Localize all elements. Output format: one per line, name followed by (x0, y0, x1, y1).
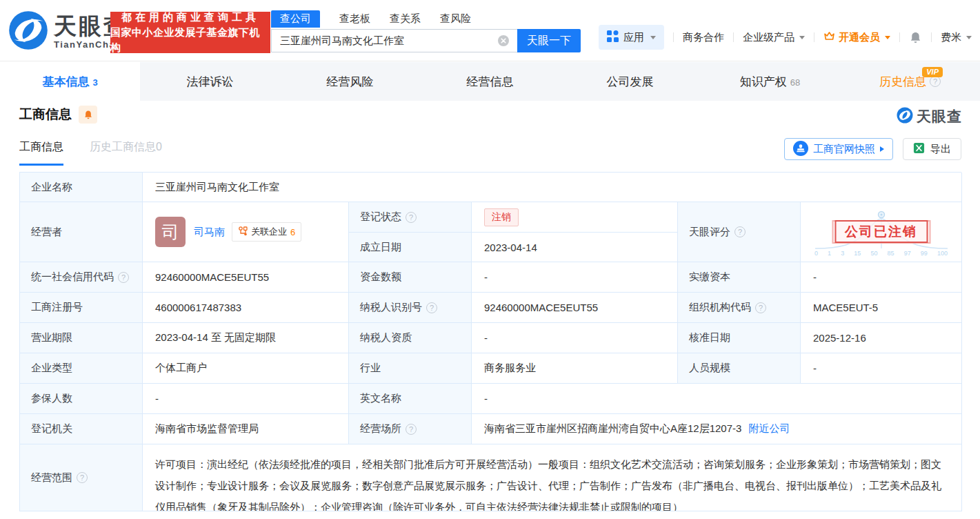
enterprise-products-label: 企业级产品 (743, 31, 794, 44)
search-tab-risk[interactable]: 查风险 (440, 12, 471, 26)
watermark-logo: 天眼查 (897, 107, 962, 126)
menu-open-vip[interactable]: 开通会员 (823, 31, 890, 44)
help-icon[interactable]: ? (406, 424, 417, 435)
tab-label: 公司发展 (607, 74, 654, 90)
apps-menu[interactable]: 应用 (599, 25, 664, 50)
menu-cooperation[interactable]: 商务合作 (683, 31, 724, 44)
tab-basic-info[interactable]: 基本信息 3 (0, 62, 140, 101)
brand-slogan: 都在用的商业查询工具 国家中小企业发展子基金旗下机构 (110, 12, 270, 53)
tab-legal-litigation[interactable]: 法律诉讼 (140, 62, 280, 101)
monitor-bell-icon[interactable] (79, 106, 97, 124)
search-tab-company[interactable]: 查公司 (271, 10, 320, 28)
business-premises-value: 海南省三亚市崖州区招商崖州湾自贸中心A座12层1207-3 (484, 422, 741, 435)
snapshot-button-label: 工商官网快照 (813, 143, 875, 156)
tab-business-risk[interactable]: 经营风险 (280, 62, 420, 101)
divider (814, 32, 814, 42)
reg-status-label-text: 登记状态 (360, 210, 401, 224)
help-icon[interactable]: ? (406, 212, 417, 223)
stamp-icon (793, 141, 808, 158)
help-icon[interactable]: ? (755, 302, 766, 313)
tab-label: 法律诉讼 (187, 74, 234, 90)
registration-number-value: 460000617487383 (143, 293, 349, 323)
business-scope-value: 许可项目：演出经纪（依法须经批准的项目，经相关部门批准后方可开展经营活动）一般项… (143, 444, 962, 511)
search-tab-boss[interactable]: 查老板 (339, 12, 370, 26)
apps-grid-icon (607, 30, 619, 44)
section-title: 工商信息 (19, 106, 72, 124)
help-icon[interactable]: ? (77, 472, 88, 483)
divider (673, 32, 674, 42)
notifications-bell[interactable] (909, 31, 922, 44)
crown-icon (823, 31, 835, 43)
tab-business-info[interactable]: 经营信息 (420, 62, 560, 101)
help-icon[interactable]: ? (426, 302, 437, 313)
nearby-companies-link[interactable]: 附近公司 (748, 422, 790, 435)
chevron-down-icon (966, 36, 972, 39)
open-vip-label: 开通会员 (839, 31, 880, 44)
help-icon[interactable]: ? (118, 272, 129, 283)
tab-label: 基本信息 (42, 74, 89, 90)
tab-intellectual-property[interactable]: 知识产权 68 (700, 62, 840, 101)
business-registration-table: 企业名称 三亚崖州司马南文化工作室 经营者 司 司马南 关联企业 6 (19, 172, 961, 511)
operator-cell: 司 司马南 关联企业 6 (143, 202, 349, 262)
top-header: 天眼查 TianYanCha.com 都在用的商业查询工具 国家中小企业发展子基… (0, 0, 980, 61)
tab-label: 经营风险 (327, 74, 374, 90)
tab-label: 知识产权 (740, 74, 787, 90)
established-date-value: 2023-04-14 (472, 233, 678, 262)
business-premises-label: 经营场所? (349, 414, 472, 444)
search-input[interactable] (271, 29, 517, 52)
tab-count: 68 (790, 77, 800, 88)
business-scope-label: 经营范围? (20, 444, 143, 511)
brand-swirl-icon (897, 107, 913, 126)
org-chart-icon (238, 226, 248, 238)
user-menu[interactable]: 费米 (941, 31, 972, 44)
industry-value: 商务服务业 (472, 353, 678, 384)
chevron-down-icon (799, 36, 805, 39)
subtabs: 工商信息 历史工商信息0 (19, 140, 162, 166)
tab-history-info[interactable]: VIP 历史信息 ? (840, 62, 980, 101)
export-button[interactable]: 导出 (903, 138, 961, 160)
action-buttons: 工商官网快照 导出 (784, 138, 961, 160)
subtab-business-registration[interactable]: 工商信息 (19, 140, 63, 166)
operator-avatar[interactable]: 司 (155, 217, 186, 247)
chevron-down-icon (650, 36, 656, 39)
related-companies-label: 关联企业 (251, 226, 287, 238)
related-companies-badge[interactable]: 关联企业 6 (232, 222, 301, 242)
username-label: 费米 (941, 31, 961, 44)
slogan-line-1: 都在用的商业查询工具 (121, 10, 259, 25)
registration-authority-value: 海南省市场监督管理局 (143, 414, 349, 444)
clear-search-icon[interactable] (498, 35, 509, 46)
approval-date-label: 核准日期 (678, 323, 801, 353)
org-code-label: 组织机构代码? (678, 293, 801, 323)
insured-count-value: - (143, 384, 349, 414)
search-area: 查公司 查老板 查关系 查风险 天眼一下 (271, 10, 581, 52)
business-term-value: 2023-04-14 至 无固定期限 (143, 323, 349, 353)
vip-badge: VIP (922, 67, 943, 77)
divider (931, 32, 932, 42)
taxpayer-id-label: 纳税人识别号? (349, 293, 472, 323)
company-type-value: 个体工商户 (143, 353, 349, 384)
export-button-label: 导出 (930, 143, 951, 156)
operator-name-link[interactable]: 司马南 (194, 226, 225, 239)
capital-amount-label: 资金数额 (349, 262, 472, 293)
tianyan-score-label: 天眼评分 ? (678, 202, 801, 262)
insured-count-label: 参保人数 (20, 384, 143, 414)
subtab-history-registration[interactable]: 历史工商信息0 (90, 140, 162, 166)
help-icon[interactable]: ? (930, 76, 941, 87)
search-tab-relation[interactable]: 查关系 (390, 12, 421, 26)
registration-authority-label: 登记机关 (20, 414, 143, 444)
capital-amount-value: - (472, 262, 678, 293)
taxpayer-qualification-value: - (472, 323, 678, 353)
section-header: 工商信息 (19, 106, 97, 124)
reg-status-label: 登记状态 ? (349, 202, 472, 233)
tab-label: 历史信息 (879, 74, 926, 90)
industry-label: 行业 (349, 353, 472, 384)
taxpayer-qualification-label: 纳税人资质 (349, 323, 472, 353)
official-snapshot-button[interactable]: 工商官网快照 (784, 138, 893, 160)
menu-enterprise-products[interactable]: 企业级产品 (743, 31, 805, 44)
help-icon[interactable]: ? (734, 226, 746, 237)
search-button[interactable]: 天眼一下 (517, 29, 581, 52)
watermark-brand-text: 天眼查 (917, 107, 962, 126)
tab-company-development[interactable]: 公司发展 (560, 62, 700, 101)
brand-swirl-icon (8, 10, 48, 53)
arrow-right-icon (880, 146, 884, 152)
